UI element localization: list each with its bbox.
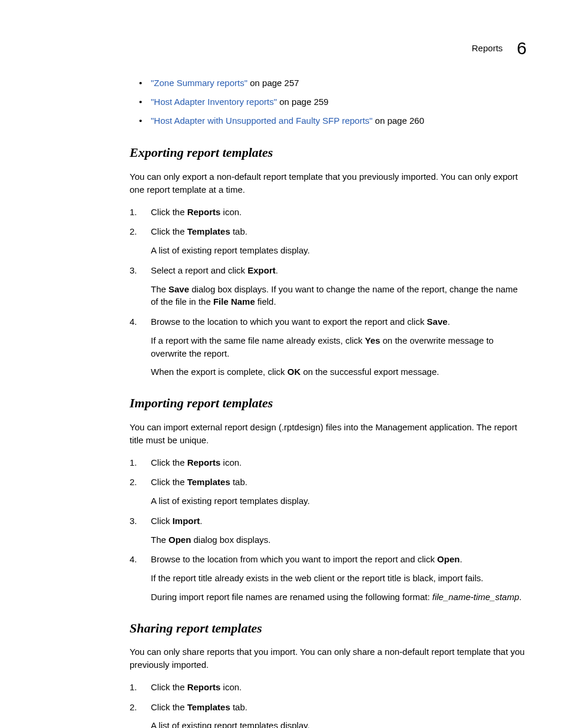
step-item: Click the Reports icon.	[130, 206, 527, 219]
step-text: Click the	[151, 226, 187, 236]
step-text: icon.	[220, 207, 242, 217]
bold-term: Templates	[187, 226, 230, 236]
list-item: "Host Adapter with Unsupported and Fault…	[151, 114, 527, 127]
bold-term: Reports	[187, 457, 221, 467]
header-section-label: Reports	[472, 42, 503, 55]
intro-paragraph: You can import external report design (.…	[130, 421, 527, 447]
step-sub: The Open dialog box displays.	[151, 533, 527, 546]
bold-term: Import	[173, 516, 200, 526]
step-item: Select a report and click Export. The Sa…	[130, 264, 527, 308]
bold-term: Save	[168, 284, 189, 294]
step-item: Browse to the location from which you wa…	[130, 553, 527, 603]
bold-term: Yes	[365, 335, 380, 345]
step-sub: A list of existing report templates disp…	[151, 719, 527, 728]
step-sub: A list of existing report templates disp…	[151, 244, 527, 257]
xref-link[interactable]: "Zone Summary reports"	[151, 78, 247, 88]
cross-reference-list: "Zone Summary reports" on page 257 "Host…	[130, 77, 527, 127]
sharing-steps: Click the Reports icon. Click the Templa…	[130, 681, 527, 728]
bold-term: Open	[168, 535, 191, 545]
intro-paragraph: You can only share reports that you impo…	[130, 645, 527, 671]
heading-sharing: Sharing report templates	[130, 619, 527, 638]
step-text: Browse to the location to which you want…	[151, 317, 427, 327]
bold-term: File Name	[213, 297, 255, 307]
step-sub: The Save dialog box displays. If you wan…	[151, 283, 527, 309]
xref-link[interactable]: "Host Adapter with Unsupported and Fault…	[151, 116, 372, 126]
step-sub: During import report file names are rena…	[151, 591, 527, 604]
xref-suffix: on page 257	[247, 78, 299, 88]
heading-importing: Importing report templates	[130, 394, 527, 413]
bold-term: Reports	[187, 207, 221, 217]
heading-exporting: Exporting report templates	[130, 143, 527, 162]
step-sub: When the export is complete, click OK on…	[151, 365, 527, 378]
step-item: Click the Templates tab. A list of exist…	[130, 225, 527, 257]
bold-term: Open	[437, 554, 459, 564]
list-item: "Zone Summary reports" on page 257	[151, 77, 527, 90]
step-text: Select a report and click	[151, 265, 247, 275]
page-content: "Zone Summary reports" on page 257 "Host…	[130, 77, 527, 728]
step-item: Click the Templates tab. A list of exist…	[130, 476, 527, 508]
bold-term: Export	[247, 265, 276, 275]
exporting-steps: Click the Reports icon. Click the Templa…	[130, 206, 527, 379]
bold-term: Templates	[187, 477, 230, 487]
xref-link[interactable]: "Host Adapter Inventory reports"	[151, 97, 277, 107]
step-sub: A list of existing report templates disp…	[151, 495, 527, 508]
step-sub: If the report title already exists in th…	[151, 572, 527, 585]
step-item: Click the Reports icon.	[130, 681, 527, 694]
step-text: .	[448, 317, 450, 327]
step-text: Click the	[151, 207, 187, 217]
list-item: "Host Adapter Inventory reports" on page…	[151, 95, 527, 108]
xref-suffix: on page 260	[372, 116, 424, 126]
step-item: Click the Reports icon.	[130, 456, 527, 469]
step-text: .	[276, 265, 278, 275]
bold-term: Save	[427, 317, 448, 327]
step-item: Browse to the location to which you want…	[130, 315, 527, 378]
step-sub: If a report with the same file name alre…	[151, 334, 527, 360]
importing-steps: Click the Reports icon. Click the Templa…	[130, 456, 527, 604]
page-header: Reports 6	[472, 35, 527, 61]
bold-term: Reports	[187, 682, 221, 692]
step-item: Click the Templates tab. A list of exist…	[130, 701, 527, 728]
header-chapter-number: 6	[517, 35, 527, 61]
bold-term: Templates	[187, 702, 230, 712]
intro-paragraph: You can only export a non-default report…	[130, 170, 527, 196]
italic-term: file_name-time_stamp	[432, 592, 520, 602]
step-item: Click Import. The Open dialog box displa…	[130, 515, 527, 546]
step-text: tab.	[230, 226, 247, 236]
xref-suffix: on page 259	[277, 97, 329, 107]
bold-term: OK	[287, 367, 301, 377]
